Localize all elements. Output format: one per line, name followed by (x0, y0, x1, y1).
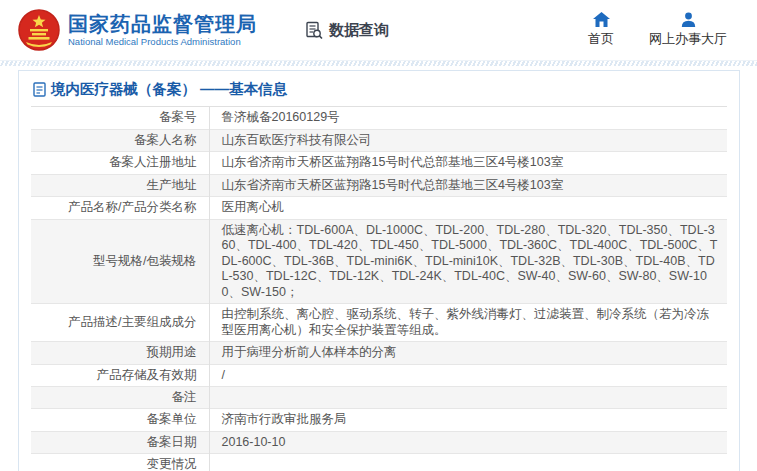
row-label: 型号规格/包装规格 (31, 219, 209, 304)
person-icon (681, 12, 696, 27)
row-label: 产品存储及有效期 (31, 364, 209, 387)
row-value (209, 387, 727, 409)
table-row: 备案号鲁济械备20160129号 (31, 107, 727, 130)
site-subtitle: National Medical Products Administration (68, 36, 257, 48)
table-row: 产品存储及有效期/ (31, 364, 727, 387)
document-search-icon (305, 21, 324, 40)
row-label: 预期用途 (31, 342, 209, 365)
table-row: 型号规格/包装规格低速离心机：TDL-600A、DL-1000C、TDL-200… (31, 219, 727, 304)
row-label: 备案人注册地址 (31, 152, 209, 175)
row-label: 备注 (31, 387, 209, 409)
table-row: 备案人名称山东百欧医疗科技有限公司 (31, 129, 727, 152)
table-row: 产品描述/主要组成成分由控制系统、离心腔、驱动系统、转子、紫外线消毒灯、过滤装置… (31, 304, 727, 342)
table-row: 备案日期2016-10-10 (31, 431, 727, 454)
info-table: 备案号鲁济械备20160129号备案人名称山东百欧医疗科技有限公司备案人注册地址… (31, 106, 727, 471)
row-label: 产品描述/主要组成成分 (31, 304, 209, 342)
row-label: 备案单位 (31, 409, 209, 432)
row-value: 山东百欧医疗科技有限公司 (209, 129, 727, 152)
home-icon (593, 12, 610, 27)
table-row: 备案单位济南市行政审批服务局 (31, 409, 727, 432)
section-title: 境内医疗器械（备案） ——基本信息 (31, 71, 727, 106)
row-value: 医用离心机 (209, 197, 727, 220)
row-value: 济南市行政审批服务局 (209, 409, 727, 432)
nav-item-online-hall[interactable]: 网上办事大厅 (649, 12, 727, 48)
row-value: 用于病理分析前人体样本的分离 (209, 342, 727, 365)
table-row: 变更情况 (31, 454, 727, 471)
site-title: 国家药品监督管理局 (68, 12, 257, 36)
header-nav: 首页 网上办事大厅 (581, 12, 727, 48)
row-value: / (209, 364, 727, 387)
row-label: 备案号 (31, 107, 209, 130)
nav-item-home[interactable]: 首页 (581, 12, 621, 48)
table-row: 产品名称/产品分类名称医用离心机 (31, 197, 727, 220)
row-label: 变更情况 (31, 454, 209, 471)
data-query-menu[interactable]: 数据查询 (305, 21, 389, 40)
document-icon (33, 82, 46, 97)
nav-label: 首页 (588, 30, 614, 48)
nav-label: 网上办事大厅 (649, 30, 727, 48)
row-value: 低速离心机：TDL-600A、DL-1000C、TDL-200、TDL-280、… (209, 219, 727, 304)
header-divider (0, 60, 757, 66)
table-row: 备案人注册地址山东省济南市天桥区蓝翔路15号时代总部基地三区4号楼103室 (31, 152, 727, 175)
row-value: 鲁济械备20160129号 (209, 107, 727, 130)
content-panel: 境内医疗器械（备案） ——基本信息 备案号鲁济械备20160129号备案人名称山… (18, 70, 740, 471)
row-label: 生产地址 (31, 174, 209, 197)
data-query-label: 数据查询 (329, 21, 389, 40)
table-row: 生产地址山东省济南市天桥区蓝翔路15号时代总部基地三区4号楼103室 (31, 174, 727, 197)
row-label: 备案人名称 (31, 129, 209, 152)
row-value: 山东省济南市天桥区蓝翔路15号时代总部基地三区4号楼103室 (209, 152, 727, 175)
logo-text: 国家药品监督管理局 National Medical Products Admi… (68, 12, 257, 48)
table-row: 备注 (31, 387, 727, 409)
national-emblem-icon (18, 9, 60, 51)
row-label: 产品名称/产品分类名称 (31, 197, 209, 220)
header: 国家药品监督管理局 National Medical Products Admi… (0, 0, 757, 60)
row-value: 山东省济南市天桥区蓝翔路15号时代总部基地三区4号楼103室 (209, 174, 727, 197)
info-table-body: 备案号鲁济械备20160129号备案人名称山东百欧医疗科技有限公司备案人注册地址… (31, 107, 727, 471)
row-value: 2016-10-10 (209, 431, 727, 454)
section-title-text: 境内医疗器械（备案） ——基本信息 (51, 80, 287, 99)
row-value: 由控制系统、离心腔、驱动系统、转子、紫外线消毒灯、过滤装置、制冷系统（若为冷冻型… (209, 304, 727, 342)
site-logo: 国家药品监督管理局 National Medical Products Admi… (18, 9, 257, 51)
row-label: 备案日期 (31, 431, 209, 454)
table-row: 预期用途用于病理分析前人体样本的分离 (31, 342, 727, 365)
row-value (209, 454, 727, 471)
